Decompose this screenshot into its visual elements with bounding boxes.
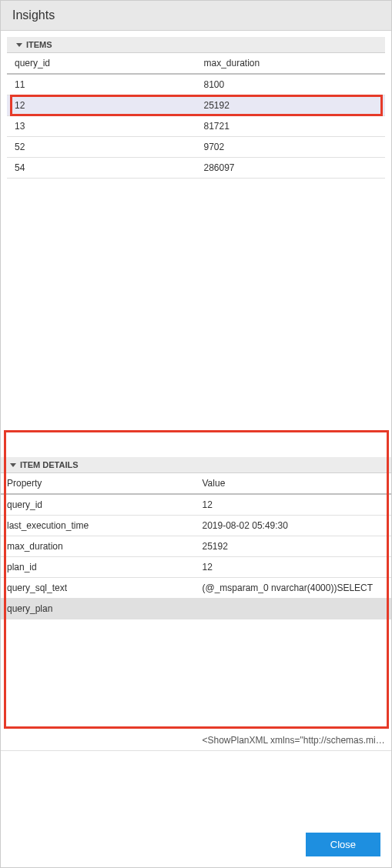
- cell-query-id: 12: [7, 95, 196, 116]
- table-row[interactable]: max_duration 25192: [1, 536, 391, 557]
- cell-property: query_plan: [1, 599, 196, 619]
- cell-property: [1, 619, 196, 751]
- caret-down-icon: [10, 463, 16, 467]
- table-row[interactable]: query_id 12: [1, 494, 391, 516]
- details-section-label: ITEM DETAILS: [20, 460, 79, 469]
- cell-query-id: 54: [7, 158, 196, 179]
- items-table: query_id max_duration 11 8100 12 25192 1…: [7, 53, 385, 179]
- cell-property: plan_id: [1, 557, 196, 578]
- table-row[interactable]: 11 8100: [7, 74, 385, 95]
- details-table: Property Value query_id 12 last_executio…: [1, 473, 391, 751]
- cell-property: last_execution_time: [1, 516, 196, 536]
- cell-value: 12: [196, 557, 392, 578]
- items-col-max-duration[interactable]: max_duration: [196, 53, 386, 74]
- table-row[interactable]: 52 9702: [7, 137, 385, 158]
- cell-value: (@_msparam_0 nvarchar(4000))SELECT: [196, 578, 392, 599]
- details-section: ITEM DETAILS: [1, 457, 391, 473]
- cell-value: [196, 599, 392, 619]
- dialog-footer: Close: [1, 822, 391, 867]
- cell-query-id: 11: [7, 74, 196, 95]
- table-row[interactable]: plan_id 12: [1, 557, 391, 578]
- cell-max-duration: 81721: [196, 116, 386, 137]
- items-section-label: ITEMS: [26, 40, 52, 49]
- cell-max-duration: 8100: [196, 74, 386, 95]
- details-section-header[interactable]: ITEM DETAILS: [1, 457, 391, 473]
- dialog-header: Insights: [1, 1, 391, 31]
- cell-max-duration: 286097: [196, 158, 386, 179]
- cell-value: 25192: [196, 536, 392, 557]
- details-area: Property Value query_id 12 last_executio…: [1, 473, 391, 758]
- cell-max-duration: 9702: [196, 137, 386, 158]
- cell-value: 2019-08-02 05:49:30: [196, 516, 392, 536]
- table-row[interactable]: last_execution_time 2019-08-02 05:49:30: [1, 516, 391, 536]
- cell-property: max_duration: [1, 536, 196, 557]
- cell-property: query_sql_text: [1, 578, 196, 599]
- items-section-header[interactable]: ITEMS: [7, 37, 385, 53]
- table-row[interactable]: query_sql_text (@_msparam_0 nvarchar(400…: [1, 578, 391, 599]
- items-col-query-id[interactable]: query_id: [7, 53, 196, 74]
- details-col-value[interactable]: Value: [196, 473, 392, 494]
- details-col-property[interactable]: Property: [1, 473, 196, 494]
- caret-down-icon: [16, 43, 22, 47]
- table-row[interactable]: 54 286097: [7, 158, 385, 179]
- dialog-title: Insights: [12, 8, 55, 22]
- items-area: query_id max_duration 11 8100 12 25192 1…: [1, 53, 391, 457]
- cell-query-id: 13: [7, 116, 196, 137]
- items-section: ITEMS: [7, 37, 385, 53]
- table-row[interactable]: query_plan: [1, 599, 391, 619]
- table-row[interactable]: 12 25192: [7, 95, 385, 116]
- cell-xml-value: <ShowPlanXML xmlns="http://schemas.micro…: [196, 619, 392, 751]
- cell-query-id: 52: [7, 137, 196, 158]
- table-row[interactable]: <ShowPlanXML xmlns="http://schemas.micro…: [1, 619, 391, 751]
- table-row[interactable]: 13 81721: [7, 116, 385, 137]
- cell-value: 12: [196, 494, 392, 516]
- cell-max-duration: 25192: [196, 95, 386, 116]
- cell-property: query_id: [1, 494, 196, 516]
- close-button[interactable]: Close: [306, 833, 380, 856]
